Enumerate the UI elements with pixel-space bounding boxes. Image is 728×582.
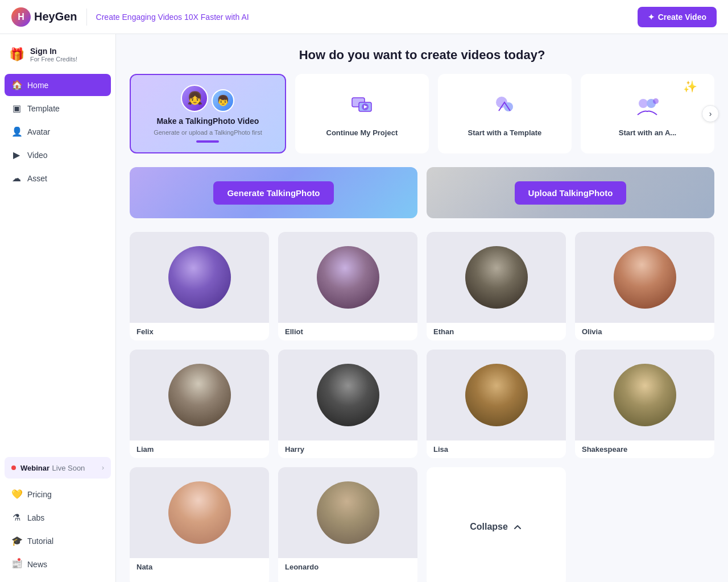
card-continue-project[interactable]: Continue My Project: [295, 74, 429, 153]
avatar-face-elliot: [317, 246, 379, 309]
avatar-face-leonardo: [317, 481, 379, 544]
sidebar-item-label-template: Template: [27, 104, 60, 113]
action-buttons-row: Generate TalkingPhoto Upload TalkingPhot…: [130, 167, 714, 218]
sidebar-item-avatar[interactable]: 👤 Avatar: [5, 120, 111, 143]
avatar-face-liam: [168, 364, 231, 426]
nav-bottom: 💛 Pricing ⚗ Labs 🎓 Tutorial 📰 News: [5, 483, 111, 575]
sidebar-item-label-avatar: Avatar: [27, 127, 50, 136]
avatar-grid: Felix Elliot Ethan Oliv: [130, 232, 714, 582]
generate-talking-photo-button[interactable]: Generate TalkingPhoto: [213, 181, 333, 205]
webinar-text-block: Webinar Live Soon: [20, 463, 85, 473]
sidebar-item-label-video: Video: [27, 151, 48, 160]
avatar-card-felix[interactable]: Felix: [130, 232, 269, 340]
sidebar-item-pricing[interactable]: 💛 Pricing: [5, 483, 111, 505]
sidebar-item-video[interactable]: ▶ Video: [5, 144, 111, 166]
sidebar-item-label-news: News: [27, 560, 47, 569]
logo[interactable]: H HeyGen: [11, 7, 77, 27]
sign-in-sub: For Free Credits!: [30, 56, 77, 63]
avatar-name-leonardo: Leonardo: [278, 558, 417, 576]
card-talking-photo[interactable]: 👧 👦 ✨ Make a TalkingPhoto Video Generate…: [130, 74, 286, 153]
talking-photo-sub: Generate or upload a TalkingPhoto first: [154, 129, 262, 136]
header: H HeyGen Create Engaging Videos 10X Fast…: [0, 0, 728, 34]
sidebar-item-label-home: Home: [27, 81, 48, 90]
creation-cards-row: 👧 👦 ✨ Make a TalkingPhoto Video Generate…: [130, 74, 714, 153]
avatar-image-lisa: [427, 350, 566, 440]
create-video-icon: ✦: [648, 13, 655, 22]
generate-talking-photo-card[interactable]: Generate TalkingPhoto: [130, 167, 417, 218]
sign-in-block[interactable]: 🎁 Sign In For Free Credits!: [5, 41, 111, 68]
webinar-chevron-icon: ›: [102, 464, 104, 472]
collapse-card[interactable]: Collapse: [427, 467, 566, 582]
card-start-template[interactable]: Start with a Template: [438, 74, 572, 153]
continue-project-label: Continue My Project: [326, 128, 398, 137]
avatar-name-shakespeare: Shakespeare: [575, 440, 714, 458]
video-icon: ▶: [11, 149, 22, 160]
avatar-icon: 👤: [11, 126, 22, 137]
avatar-card-liam[interactable]: Liam: [130, 350, 269, 458]
avatar-image-olivia: [575, 232, 714, 323]
avatar-image-felix: [130, 232, 269, 323]
avatar-card-elliot[interactable]: Elliot: [278, 232, 417, 340]
start-avatar-icon: [633, 91, 661, 124]
webinar-banner[interactable]: Webinar Live Soon ›: [5, 457, 111, 479]
main-content: How do you want to create videos today? …: [116, 34, 728, 582]
labs-icon: ⚗: [11, 512, 22, 523]
avatar-face-lisa: [465, 364, 528, 426]
webinar-sub: Live Soon: [52, 464, 85, 472]
upload-talking-photo-button[interactable]: Upload TalkingPhoto: [515, 181, 627, 205]
avatar-face-felix: [168, 246, 231, 309]
upload-talking-photo-card[interactable]: Upload TalkingPhoto: [427, 167, 714, 218]
avatar-image-elliot: [278, 232, 417, 323]
sign-in-text: Sign In For Free Credits!: [30, 47, 77, 63]
avatar-card-nata[interactable]: Nata: [130, 467, 269, 582]
collapse-label: Collapse: [470, 522, 523, 532]
avatar-card-leonardo[interactable]: Leonardo: [278, 467, 417, 582]
header-tagline: Create Engaging Videos 10X Faster with A…: [96, 13, 249, 22]
avatar-card-lisa[interactable]: Lisa: [427, 350, 566, 458]
sidebar-item-template[interactable]: ▣ Template: [5, 97, 111, 119]
avatar-name-nata: Nata: [130, 558, 269, 576]
avatar-name-olivia: Olivia: [575, 323, 714, 340]
tutorial-icon: 🎓: [11, 535, 22, 546]
svg-point-8: [653, 98, 659, 104]
sidebar-item-labs[interactable]: ⚗ Labs: [5, 506, 111, 529]
avatar-name-ethan: Ethan: [427, 323, 566, 340]
template-icon: ▣: [11, 103, 22, 114]
avatar-card-harry[interactable]: Harry: [278, 350, 417, 458]
avatar-image-liam: [130, 350, 269, 440]
avatar-image-harry: [278, 350, 417, 440]
illus-sparkle: ✨: [683, 80, 697, 93]
create-video-button[interactable]: ✦ Create Video: [638, 7, 717, 27]
avatar-card-ethan[interactable]: Ethan: [427, 232, 566, 340]
illus-avatar-1: 👧: [181, 85, 208, 112]
avatar-face-olivia: [614, 246, 676, 309]
gift-icon: 🎁: [9, 47, 24, 62]
start-avatar-label: Start with an A...: [619, 128, 676, 137]
sidebar-item-label-pricing: Pricing: [27, 490, 52, 499]
sidebar-item-label-tutorial: Tutorial: [27, 537, 53, 546]
sidebar: 🎁 Sign In For Free Credits! 🏠 Home ▣ Tem…: [0, 34, 116, 582]
collapse-chevron-icon: [512, 522, 523, 532]
sidebar-item-home[interactable]: 🏠 Home: [5, 74, 111, 96]
avatar-face-shakespeare: [614, 364, 676, 426]
avatar-card-olivia[interactable]: Olivia: [575, 232, 714, 340]
cards-next-arrow[interactable]: ›: [702, 105, 719, 122]
active-indicator-bar: [196, 140, 219, 143]
sidebar-item-asset[interactable]: ☁ Asset: [5, 167, 111, 189]
avatar-name-liam: Liam: [130, 440, 269, 458]
page-question: How do you want to create videos today?: [130, 48, 714, 63]
webinar-live-dot: [11, 465, 16, 470]
avatar-card-shakespeare[interactable]: Shakespeare: [575, 350, 714, 458]
logo-icon: H: [11, 7, 31, 27]
news-notification-dot: [17, 558, 21, 562]
avatar-image-ethan: [427, 232, 566, 323]
home-icon: 🏠: [11, 80, 22, 90]
illus-avatar-2: 👦: [212, 89, 234, 112]
avatar-face-harry: [317, 364, 379, 426]
sidebar-item-label-labs: Labs: [27, 513, 44, 522]
sidebar-item-news[interactable]: 📰 News: [5, 553, 111, 575]
avatar-image-nata: [130, 467, 269, 558]
avatar-name-elliot: Elliot: [278, 323, 417, 340]
sidebar-item-tutorial[interactable]: 🎓 Tutorial: [5, 530, 111, 552]
start-template-label: Start with a Template: [468, 128, 542, 137]
